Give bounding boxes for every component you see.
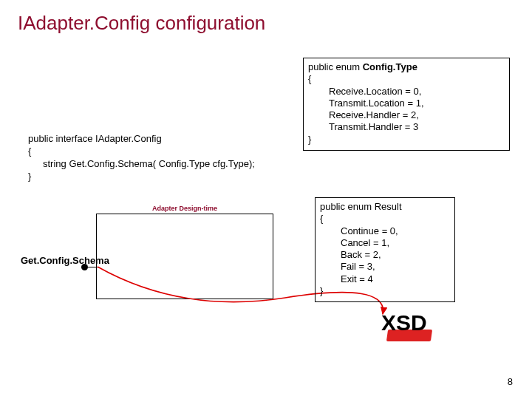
enum-member: Continue = 0, xyxy=(320,225,450,237)
enum-decl: public enum Result xyxy=(320,201,450,213)
brace-open: { xyxy=(308,73,505,85)
brace-close: } xyxy=(308,134,505,146)
enum-member: Exit = 4 xyxy=(320,273,450,285)
diagram-label: Adapter Design-time xyxy=(96,205,273,212)
enum-configtype-box: public enum Config.Type { Receive.Locati… xyxy=(303,58,510,151)
enum-decl-prefix: public enum xyxy=(320,201,375,212)
xsd-badge: XSD xyxy=(381,310,427,335)
enum-decl-name: Result xyxy=(375,201,402,212)
enum-decl-prefix: public enum xyxy=(308,61,363,72)
enum-member: Receive.Handler = 2, xyxy=(308,109,505,121)
brace-open: { xyxy=(28,146,255,158)
interface-decl: public interface IAdapter.Config xyxy=(28,133,255,146)
enum-member: Transmit.Handler = 3 xyxy=(308,121,505,133)
enum-member: Fail = 3, xyxy=(320,261,450,273)
enum-member: Receive.Location = 0, xyxy=(308,86,505,98)
brace-close: } xyxy=(28,171,255,183)
enum-result-box: public enum Result { Continue = 0, Cance… xyxy=(315,197,455,302)
brace-close: } xyxy=(320,285,450,297)
page-title: IAdapter.Config configuration xyxy=(18,12,265,35)
slide: IAdapter.Config configuration public enu… xyxy=(0,0,532,399)
enum-member: Transmit.Location = 1, xyxy=(308,98,505,109)
brace-open: { xyxy=(320,213,450,225)
enum-member: Back = 2, xyxy=(320,249,450,261)
enum-member: Cancel = 1, xyxy=(320,237,450,249)
enum-decl-name: Config.Type xyxy=(363,61,417,72)
interface-code: public interface IAdapter.Config { strin… xyxy=(28,133,255,183)
page-number: 8 xyxy=(508,376,513,387)
enum-decl: public enum Config.Type xyxy=(308,61,505,73)
xsd-label: XSD xyxy=(381,310,427,335)
interface-method: string Get.Config.Schema( Config.Type cf… xyxy=(28,158,255,171)
